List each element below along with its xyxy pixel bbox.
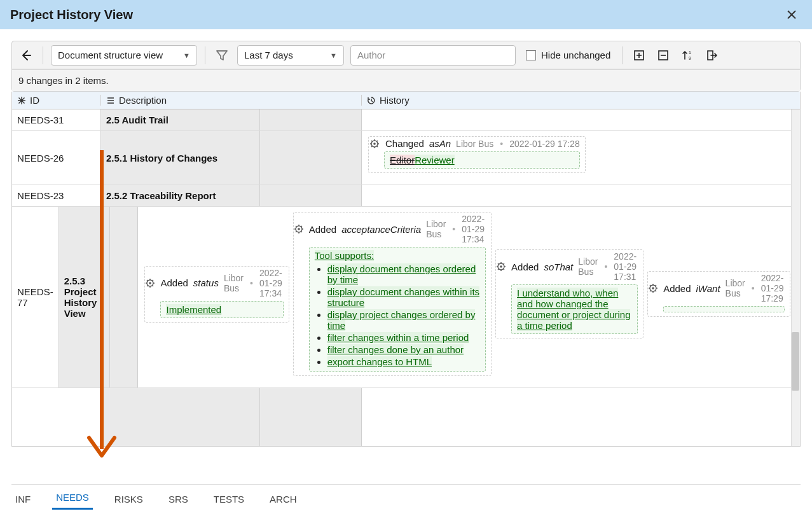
history-action: Added: [511, 261, 539, 272]
column-header-id[interactable]: ID: [12, 95, 101, 106]
history-author: Libor Bus: [726, 278, 745, 298]
time-filter-label: Last 7 days: [244, 50, 293, 60]
table-row[interactable]: NEEDS-77 2.5.3 Project History View Adde…: [12, 207, 800, 388]
history-timestamp: 2022-01-29 17:31: [614, 251, 638, 282]
separator: [622, 46, 623, 64]
cell-description-pad: [260, 109, 362, 130]
window-title: Project History View: [10, 8, 133, 22]
column-header-history-label: History: [380, 95, 409, 106]
history-entry-header: Changed asAn Libor Bus • 2022-01-29 17:2…: [369, 137, 585, 151]
collapse-all-button[interactable]: [654, 46, 672, 64]
gear-icon: [145, 278, 155, 288]
history-field: asAn: [429, 138, 451, 149]
column-header-description[interactable]: Description: [101, 95, 362, 106]
cell-id: NEEDS-23: [12, 185, 101, 206]
hide-unchanged-checkbox[interactable]: Hide unchanged: [522, 50, 614, 60]
filter-icon: [216, 49, 228, 62]
cell-id: NEEDS-77: [12, 207, 59, 387]
history-action: Added: [663, 283, 691, 294]
tab-srs[interactable]: SRS: [165, 491, 192, 510]
author-filter-input[interactable]: [350, 45, 516, 66]
cell-description-pad: [110, 207, 138, 387]
time-filter-selector[interactable]: Last 7 days ▼: [237, 45, 344, 66]
export-button[interactable]: [703, 46, 720, 64]
tab-inf[interactable]: INF: [11, 491, 34, 510]
chevron-down-icon: ▼: [183, 52, 190, 59]
tab-tests[interactable]: TESTS: [210, 491, 248, 510]
sort-icon: 19: [681, 49, 694, 62]
table-row[interactable]: NEEDS-23 2.5.2 Traceability Report: [12, 185, 800, 207]
sort-button[interactable]: 19: [678, 46, 696, 64]
history-author: Libor Bus: [456, 139, 493, 149]
cell-description: 2.5 Audit Trail: [101, 109, 260, 130]
plus-box-icon: [633, 50, 645, 61]
history-icon: [367, 96, 376, 105]
history-entry-header: Added soThat Libor Bus • 2022-01-29 17:3…: [496, 250, 643, 284]
list-icon: [106, 96, 115, 105]
history-timestamp: 2022-01-29 17:34: [462, 214, 486, 244]
change-summary: 9 changes in 2 items.: [12, 69, 800, 91]
filter-button[interactable]: [213, 46, 231, 64]
svg-point-7: [149, 282, 152, 284]
history-entry: Added acceptanceCriteria Libor Bus • 202…: [293, 212, 492, 376]
history-author: Libor Bus: [578, 256, 598, 277]
history-action: Added: [309, 224, 336, 235]
back-button[interactable]: [17, 46, 35, 64]
table-row[interactable]: NEEDS-26 2.5.1 History of Changes Change…: [12, 131, 800, 185]
tab-needs[interactable]: NEEDS: [52, 489, 93, 510]
separator: [205, 46, 205, 64]
history-entry: Added soThat Libor Bus • 2022-01-29 17:3…: [495, 249, 643, 338]
history-entry: Added status Libor Bus • 2022-01-29 17:3…: [144, 266, 289, 323]
chevron-down-icon: ▼: [330, 52, 337, 59]
content-area: Document structure view ▼ Last 7 days ▼ …: [0, 29, 812, 453]
view-selector[interactable]: Document structure view ▼: [51, 45, 197, 66]
expand-all-button[interactable]: [630, 46, 648, 64]
hide-unchanged-label: Hide unchanged: [541, 50, 610, 60]
history-author: Libor Bus: [224, 273, 244, 293]
gear-icon: [294, 224, 304, 234]
separator: [43, 46, 43, 64]
cell-history: Changed asAn Libor Bus • 2022-01-29 17:2…: [362, 131, 791, 185]
cell-history: Added status Libor Bus • 2022-01-29 17:3…: [138, 207, 797, 387]
svg-text:1: 1: [689, 50, 691, 55]
table-row[interactable]: NEEDS-31 2.5 Audit Trail: [12, 109, 800, 131]
tab-arch[interactable]: ARCH: [266, 491, 301, 510]
column-header-history[interactable]: History: [362, 95, 791, 106]
asterisk-icon: [17, 96, 26, 105]
history-author: Libor Bus: [426, 219, 446, 239]
cell-id: NEEDS-26: [12, 131, 101, 185]
history-entry: Changed asAn Libor Bus • 2022-01-29 17:2…: [368, 136, 586, 173]
cell-description-pad: [260, 185, 362, 206]
svg-point-5: [373, 143, 376, 145]
history-timestamp: 2022-01-29 17:34: [259, 268, 284, 298]
history-timestamp: 2022-01-29 17:29: [761, 273, 785, 303]
history-action: Changed: [385, 138, 424, 149]
history-field: soThat: [544, 261, 573, 272]
gear-icon: [648, 283, 658, 293]
table-filler: [12, 388, 800, 447]
close-button[interactable]: [781, 7, 802, 22]
cell-history: [362, 185, 791, 206]
cell-description: 2.5.3 Project History View: [59, 207, 110, 387]
tab-risks[interactable]: RISKS: [111, 491, 147, 510]
svg-point-13: [652, 287, 654, 289]
history-entry-header: Added acceptanceCriteria Libor Bus • 202…: [294, 213, 491, 247]
column-header-id-label: ID: [30, 95, 39, 106]
cell-history: [362, 109, 791, 130]
history-table: ID Description History NEEDS-31 2.5 Audi…: [11, 92, 801, 447]
scrollbar-track[interactable]: [791, 109, 800, 447]
cell-description: 2.5.1 History of Changes: [101, 131, 260, 185]
close-icon: [787, 10, 797, 20]
table-body: NEEDS-31 2.5 Audit Trail NEEDS-26 2.5.1 …: [12, 109, 800, 447]
cell-description-pad: [260, 131, 362, 185]
history-field: acceptanceCriteria: [341, 224, 421, 235]
view-selector-label: Document structure view: [58, 50, 163, 60]
svg-text:9: 9: [689, 56, 691, 60]
history-entry-header: Added iWant Libor Bus • 2022-01-29 17:29: [648, 272, 790, 306]
toolbar: Document structure view ▼ Last 7 days ▼ …: [12, 41, 800, 69]
checkbox-icon: [526, 50, 536, 60]
arrow-left-icon: [20, 49, 32, 62]
cell-id: NEEDS-31: [12, 109, 101, 130]
scrollbar-thumb[interactable]: [792, 332, 799, 391]
svg-point-11: [500, 265, 502, 268]
